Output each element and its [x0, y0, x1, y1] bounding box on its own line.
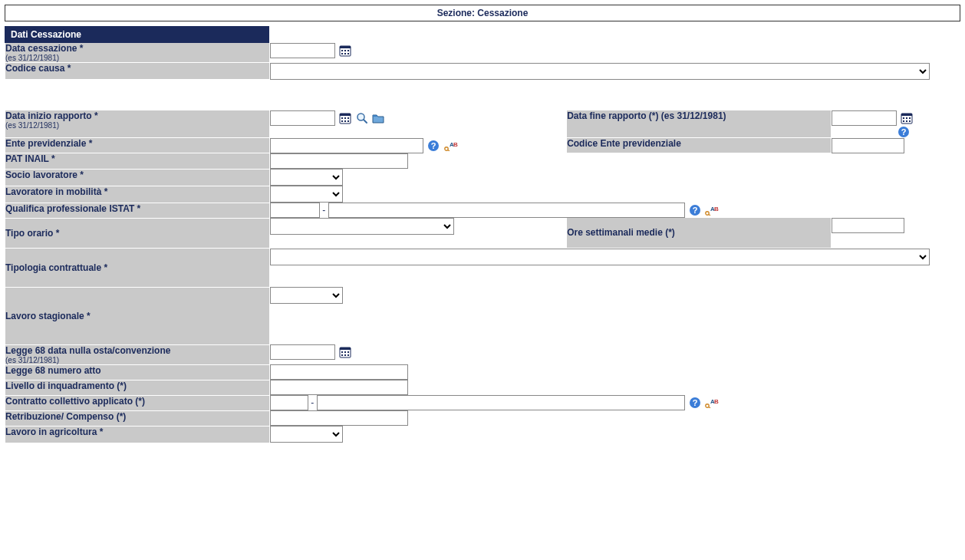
select-lavoro-stagionale[interactable] [270, 287, 343, 304]
label-pat-inail: PAT INAIL * [5, 153, 55, 164]
input-ore-settimanali[interactable] [832, 218, 904, 233]
select-codice-causa[interactable] [270, 63, 930, 80]
input-data-inizio[interactable] [270, 110, 335, 126]
input-legge68-num[interactable] [270, 364, 408, 380]
label-ente-prev: Ente previdenziale * [5, 138, 92, 149]
help-icon[interactable] [689, 204, 701, 216]
label-data-cessazione: Data cessazione * [5, 43, 83, 54]
folder-icon[interactable] [372, 112, 384, 124]
input-retribuzione[interactable] [270, 410, 408, 426]
hint-legge68-data: (es 31/12/1981) [5, 356, 269, 364]
calendar-icon[interactable] [339, 112, 351, 124]
abc-search-icon[interactable] [705, 397, 719, 408]
select-tipo-orario[interactable] [270, 218, 454, 235]
help-icon[interactable] [689, 397, 701, 409]
label-data-inizio: Data inizio rapporto * [5, 110, 98, 121]
select-lavoratore-mob[interactable] [270, 186, 343, 203]
label-codice-ente-prev: Codice Ente previdenziale [567, 138, 681, 149]
label-lavoro-stagionale: Lavoro stagionale * [5, 311, 91, 321]
select-socio-lavoratore[interactable] [270, 169, 343, 186]
input-qualifica-code[interactable] [270, 203, 320, 218]
calendar-icon[interactable] [339, 44, 351, 57]
label-legge68-num: Legge 68 numero atto [5, 365, 101, 376]
section-title: Sezione: Cessazione [5, 5, 960, 21]
separator: - [311, 397, 316, 408]
abc-search-icon[interactable] [444, 140, 458, 151]
hint-data-cessazione: (es 31/12/1981) [5, 54, 269, 62]
label-tipologia-contr: Tipologia contrattuale * [5, 262, 107, 273]
label-qualifica-istat: Qualifica professionale ISTAT * [5, 203, 140, 214]
input-ente-prev[interactable] [270, 138, 423, 153]
calendar-icon[interactable] [339, 346, 351, 358]
label-livello-inq: Livello di inquadramento (*) [5, 380, 127, 391]
label-lavoratore-mob: Lavoratore in mobilità * [5, 186, 107, 197]
subsection-title: Dati Cessazione [5, 26, 269, 43]
help-icon[interactable] [897, 126, 910, 138]
label-socio-lavoratore: Socio lavoratore * [5, 170, 84, 180]
input-pat-inail[interactable] [270, 153, 408, 169]
input-legge68-data[interactable] [270, 344, 335, 360]
search-icon[interactable] [356, 112, 368, 124]
input-qualifica-desc[interactable] [328, 203, 685, 218]
select-lavoro-agric[interactable] [270, 426, 343, 443]
label-legge68-data: Legge 68 data nulla osta/convenzione [5, 345, 170, 356]
input-codice-ente-prev[interactable] [832, 138, 904, 153]
input-data-fine[interactable] [832, 110, 897, 126]
label-retribuzione: Retribuzione/ Compenso (*) [5, 411, 126, 422]
label-ore-settimanali: Ore settimanali medie (*) [567, 227, 675, 238]
calendar-icon[interactable] [901, 112, 913, 124]
help-icon[interactable] [427, 140, 440, 152]
label-ccnl: Contratto collettivo applicato (*) [5, 396, 145, 407]
abc-search-icon[interactable] [705, 205, 719, 216]
label-data-fine: Data fine rapporto (*) [567, 110, 658, 121]
hint-data-fine: (es 31/12/1981) [661, 110, 726, 121]
label-tipo-orario: Tipo orario * [5, 228, 59, 239]
label-codice-causa: Codice causa * [5, 63, 71, 74]
input-data-cessazione[interactable] [270, 43, 335, 58]
hint-data-inizio: (es 31/12/1981) [5, 121, 269, 130]
label-lavoro-agric: Lavoro in agricoltura * [5, 427, 103, 437]
input-ccnl-desc[interactable] [317, 395, 685, 410]
select-tipologia-contr[interactable] [270, 249, 930, 265]
separator: - [322, 205, 328, 216]
input-ccnl-code[interactable] [270, 395, 308, 410]
input-livello-inq[interactable] [270, 380, 408, 395]
